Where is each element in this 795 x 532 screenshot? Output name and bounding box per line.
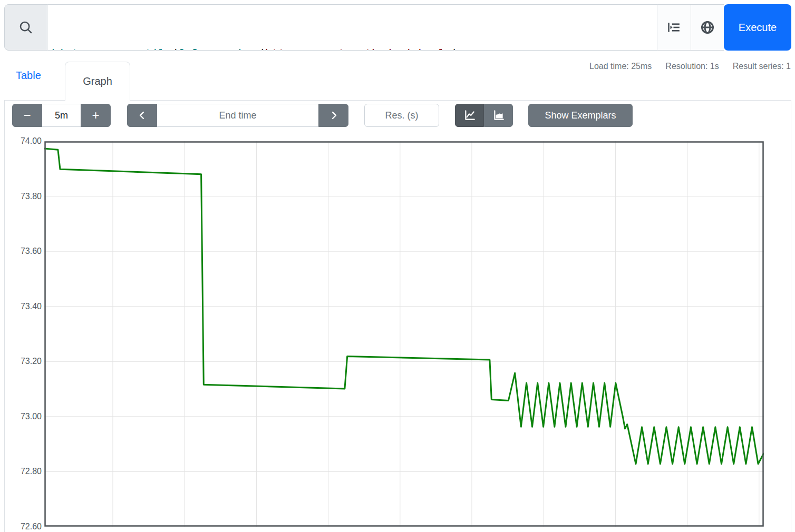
chevron-left-icon <box>137 110 148 121</box>
chevron-right-icon <box>328 110 339 121</box>
y-tick-label: 73.60 <box>5 245 42 257</box>
y-tick-label: 73.80 <box>5 191 42 202</box>
metrics-explorer-button[interactable] <box>691 5 724 50</box>
y-tick-label: 73.20 <box>5 356 42 367</box>
query-bar: histogram_quantile(0.9, sum by (http_req… <box>4 4 791 51</box>
y-tick-label: 74.00 <box>5 135 42 147</box>
load-time: Load time: 25ms <box>589 62 652 71</box>
graph-panel: − + <box>4 100 791 532</box>
previous-time-button[interactable] <box>127 104 157 127</box>
search-icon <box>18 19 34 35</box>
time-navigation <box>127 104 348 127</box>
format-expression-button[interactable] <box>657 5 691 50</box>
y-tick-label: 73.00 <box>5 411 42 422</box>
y-axis: 74.0073.8073.6073.4073.2073.0072.8072.60 <box>5 101 42 532</box>
tab-table[interactable]: Table <box>16 70 41 82</box>
show-exemplars-button[interactable]: Show Exemplars <box>528 104 633 127</box>
query-editor[interactable]: histogram_quantile(0.9, sum by (http_req… <box>47 4 657 51</box>
query-stats: Load time: 25ms Resolution: 1s Result se… <box>589 62 791 71</box>
line-chart-icon <box>463 109 476 122</box>
result-series: Result series: 1 <box>733 62 791 71</box>
chart[interactable] <box>44 141 764 527</box>
resolution: Resolution: 1s <box>665 62 719 71</box>
range-input[interactable] <box>42 104 81 127</box>
prometheus-expression-browser: { "colors": { "accent": "#0d6efd", "btn_… <box>0 0 795 532</box>
stacked-chart-toggle-button[interactable] <box>484 104 513 127</box>
next-time-button[interactable] <box>318 104 348 127</box>
metrics-explorer-globe-icon <box>700 20 715 35</box>
end-time-input[interactable] <box>157 104 318 127</box>
format-expression-icon <box>667 21 681 34</box>
y-tick-label: 72.80 <box>5 466 42 477</box>
increase-range-button[interactable]: + <box>81 104 111 127</box>
line-chart-toggle-button[interactable] <box>455 104 484 127</box>
tab-graph[interactable]: Graph <box>65 62 130 101</box>
search-addon <box>4 4 47 51</box>
stacked-chart-icon <box>492 109 505 122</box>
chart-type-toggle <box>455 104 513 127</box>
plot-area <box>44 141 764 527</box>
execute-button[interactable]: Execute <box>724 4 791 51</box>
y-tick-label: 72.60 <box>5 521 42 532</box>
y-tick-label: 73.40 <box>5 301 42 312</box>
resolution-input[interactable] <box>364 104 439 127</box>
query-toolbar <box>657 4 724 51</box>
query-line-1: histogram_quantile(0.9, sum by (http_req… <box>52 45 653 51</box>
